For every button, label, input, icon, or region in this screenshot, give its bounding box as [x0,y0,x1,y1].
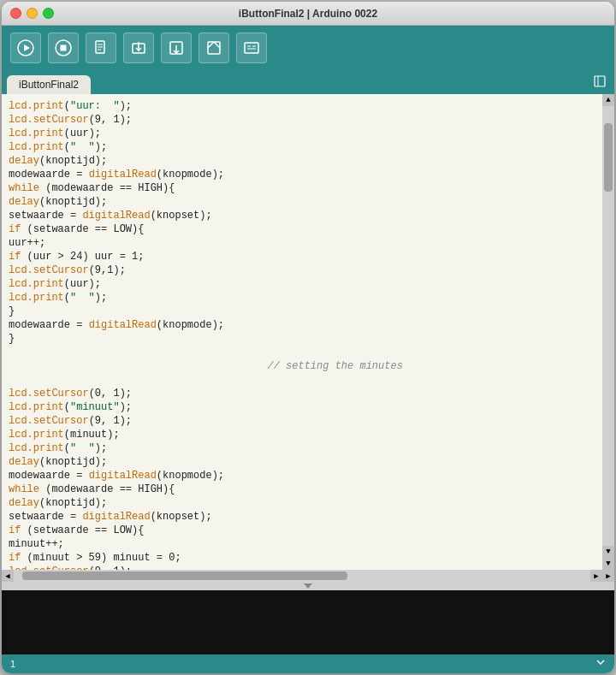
scroll-up-button[interactable]: ▲ [602,94,614,106]
h-scroll-track[interactable] [14,570,590,582]
tab-expand-button[interactable] [594,75,606,91]
code-line: while (modewaarde == HIGH){ [2,483,602,496]
code-line: modewaarde = digitalRead(knopmode); [2,318,602,332]
code-line: lcd.setCursor(9,1); [2,263,602,277]
svg-line-12 [208,42,214,48]
close-button[interactable] [10,8,21,19]
stop-button[interactable] [48,33,79,63]
code-line: while (modewaarde == HIGH){ [2,181,602,195]
status-bar: 1 [2,654,614,673]
serial-monitor-button[interactable] [236,33,267,63]
svg-rect-10 [208,42,220,54]
code-line: modewaarde = digitalRead(knopmode); [2,469,602,483]
code-line: if (uur > 24) uur = 1; [2,250,602,263]
horizontal-scrollbar[interactable]: ◀ ▶ ▶ [2,570,614,582]
code-line: lcd.print(" "); [2,291,602,305]
code-area[interactable]: lcd.print("uur: "); lcd.setCursor(9, 1);… [2,94,602,570]
code-line: lcd.print("minuut"); [2,400,602,414]
code-line: delay(knoptijd); [2,496,602,510]
code-line: setwaarde = digitalRead(knopset); [2,510,602,524]
tab-bar: iButtonFinal2 [2,70,614,94]
code-line: } [2,332,602,346]
code-line: } [2,305,602,318]
code-line: delay(knoptijd); [2,195,602,209]
code-line: lcd.setCursor(9, 1); [2,113,602,127]
toolbar [2,26,614,70]
tab-ibuttonfinal2[interactable]: iButtonFinal2 [7,75,91,94]
code-line: delay(knoptijd); [2,154,602,168]
new-button[interactable] [86,33,116,63]
h-scroll-thumb[interactable] [22,571,347,580]
vertical-scrollbar[interactable]: ▲ ▼ ▼ [602,94,614,570]
code-line: minuut++; [2,537,602,551]
tab-label: iButtonFinal2 [19,79,79,91]
save-button[interactable] [161,33,192,63]
svg-line-11 [214,42,220,48]
code-line: lcd.setCursor(0, 1); [2,387,602,400]
scroll-bottom-button[interactable]: ▼ [602,558,614,570]
scroll-right-button[interactable]: ▶ [590,570,602,582]
code-line: if (minuut > 59) minuut = 0; [2,551,602,565]
code-line: lcd.print(uur); [2,277,602,291]
code-line: lcd.print(uur); [2,127,602,140]
scroll-indicator [2,582,614,590]
open-button[interactable] [123,33,154,63]
svg-marker-1 [24,44,30,51]
upload-button[interactable] [198,33,229,63]
status-right [595,657,606,671]
code-line: lcd.print(minuut); [2,428,602,441]
code-line [2,373,602,387]
code-line: // setting the minutes [2,359,602,373]
code-line: delay(knoptijd); [2,455,602,469]
main-window: iButtonFinal2 | Arduino 0022 iButtonFina… [2,2,614,673]
minimize-button[interactable] [27,8,38,19]
editor-main: lcd.print("uur: "); lcd.setCursor(9, 1);… [2,94,614,570]
svg-rect-13 [245,43,258,53]
title-bar: iButtonFinal2 | Arduino 0022 [2,2,614,26]
maximize-button[interactable] [43,8,54,19]
line-number: 1 [10,659,15,669]
scroll-down-button[interactable]: ▼ [602,546,614,558]
code-line: lcd.print("uur: "); [2,99,602,113]
svg-rect-3 [61,45,67,51]
scroll-thumb[interactable] [604,123,613,192]
code-line: lcd.print(" "); [2,441,602,455]
code-line: setwaarde = digitalRead(knopset); [2,209,602,222]
code-line: uur++; [2,236,602,250]
code-line [2,346,602,359]
scroll-left-button[interactable]: ◀ [2,570,14,582]
editor-container: lcd.print("uur: "); lcd.setCursor(9, 1);… [2,94,614,654]
console-area [2,590,614,654]
indicator-triangle [304,583,312,589]
run-button[interactable] [10,33,41,63]
code-line: lcd.setCursor(9, 1); [2,414,602,428]
code-line: if (setwaarde == LOW){ [2,222,602,236]
code-line: modewaarde = digitalRead(knopmode); [2,168,602,181]
svg-rect-17 [595,76,605,86]
scroll-end-button[interactable]: ▶ [602,570,614,582]
code-line: if (setwaarde == LOW){ [2,524,602,537]
code-line: lcd.print(" "); [2,140,602,154]
window-buttons [10,8,54,19]
window-title: iButtonFinal2 | Arduino 0022 [239,8,377,20]
